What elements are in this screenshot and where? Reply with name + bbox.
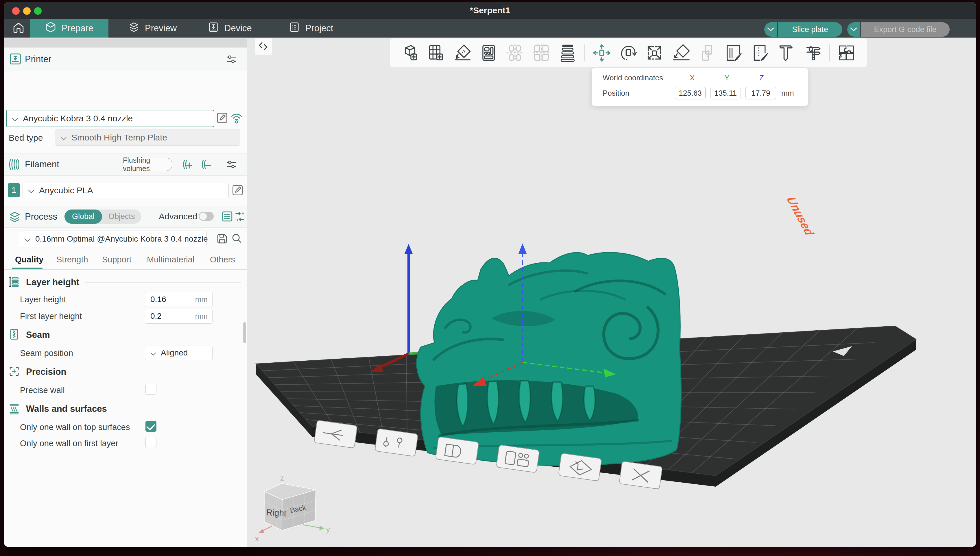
filament-slot-badge[interactable]: 1 bbox=[8, 183, 19, 197]
tab-preview[interactable]: Preview bbox=[125, 19, 180, 37]
compare-presets-icon[interactable]: AB bbox=[234, 211, 246, 223]
printer-section-title: Printer bbox=[25, 54, 51, 65]
sidebar-scrollbar[interactable] bbox=[243, 322, 246, 343]
home-icon bbox=[13, 22, 24, 35]
precise-wall-checkbox[interactable] bbox=[146, 384, 156, 395]
tab-support[interactable]: Support bbox=[102, 255, 131, 264]
export-options-chevron[interactable] bbox=[847, 22, 860, 37]
tab-strength[interactable]: Strength bbox=[57, 255, 88, 264]
process-preset-value: 0.16mm Optimal @Anycubic Kobra 3 0.4 noz… bbox=[35, 234, 207, 244]
filament-settings-icon[interactable] bbox=[225, 158, 238, 172]
slice-plate-label[interactable]: Slice plate bbox=[778, 22, 842, 37]
advanced-toggle[interactable] bbox=[199, 212, 214, 221]
main-tab-bar: Prepare Preview Device Project Slice pla… bbox=[4, 19, 976, 37]
arrange-button[interactable] bbox=[479, 44, 498, 62]
slice-plate-button[interactable]: Slice plate bbox=[764, 22, 842, 37]
process-icon bbox=[8, 210, 21, 225]
only-one-wall-top-checkbox[interactable] bbox=[146, 421, 156, 432]
edit-filament-icon[interactable] bbox=[231, 184, 244, 198]
position-z-input[interactable]: 17.79 bbox=[745, 87, 776, 99]
layer-height-section-title: Layer height bbox=[26, 277, 79, 288]
assembly-view-button[interactable] bbox=[837, 44, 856, 62]
add-plate-button[interactable] bbox=[426, 44, 445, 62]
tab-project-label: Project bbox=[305, 23, 333, 34]
scale-tool-button[interactable] bbox=[645, 44, 664, 62]
variable-layer-height-button[interactable] bbox=[558, 44, 577, 62]
tabs-divider bbox=[4, 269, 247, 270]
tab-others[interactable]: Others bbox=[210, 255, 235, 264]
svg-text:B: B bbox=[235, 218, 238, 222]
only-one-wall-top-label: Only one wall on top surfaces bbox=[20, 422, 130, 432]
support-paint-button[interactable] bbox=[724, 44, 743, 62]
only-one-wall-first-checkbox[interactable] bbox=[146, 437, 156, 448]
filament-preset-value: Anycubic PLA bbox=[39, 186, 93, 196]
flushing-volumes-button[interactable]: Flushing volumes bbox=[123, 158, 172, 171]
tab-prepare-label: Prepare bbox=[62, 23, 93, 34]
3d-viewport[interactable]: Unused bbox=[247, 37, 976, 547]
first-layer-height-value[interactable]: 0.2 bbox=[145, 312, 195, 321]
world-coordinates-panel: World coordinates X Y Z Position 125.63 … bbox=[591, 68, 808, 106]
printer-preset-dropdown[interactable]: Anycubic Kobra 3 0.4 nozzle bbox=[6, 110, 214, 127]
search-preset-icon[interactable] bbox=[230, 232, 243, 246]
add-model-button[interactable] bbox=[400, 44, 419, 62]
process-section-title: Process bbox=[25, 212, 57, 222]
lay-on-face-button[interactable] bbox=[671, 44, 690, 62]
section-rule bbox=[72, 372, 241, 372]
position-unit: mm bbox=[781, 89, 794, 98]
first-layer-height-input[interactable]: 0.2 mm bbox=[145, 309, 212, 324]
rotate-tool-button[interactable] bbox=[619, 44, 638, 62]
layer-height-value[interactable]: 0.16 bbox=[145, 295, 195, 304]
edit-printer-icon[interactable] bbox=[216, 112, 228, 125]
collapse-sidebar-button[interactable] bbox=[255, 39, 272, 55]
layer-height-input[interactable]: 0.16 mm bbox=[145, 292, 212, 307]
split-to-objects-button[interactable] bbox=[505, 44, 525, 62]
split-to-parts-button[interactable] bbox=[532, 44, 551, 62]
title-bar: *Serpent1 bbox=[4, 2, 976, 19]
tab-project[interactable]: Project bbox=[286, 19, 336, 37]
auto-orient-button[interactable]: A bbox=[453, 44, 472, 62]
tab-multimaterial[interactable]: Multimaterial bbox=[147, 255, 194, 264]
export-gcode-label[interactable]: Export G-code file bbox=[861, 22, 950, 37]
add-filament-icon[interactable] bbox=[181, 158, 193, 172]
export-gcode-button[interactable]: Export G-code file bbox=[847, 22, 950, 37]
parameter-table-icon[interactable] bbox=[221, 210, 233, 224]
seam-position-label: Seam position bbox=[20, 349, 73, 358]
tab-device[interactable]: Device bbox=[205, 19, 255, 37]
chevron-down-icon bbox=[12, 113, 18, 123]
chevron-down-icon bbox=[151, 348, 156, 358]
plate-unused-label: Unused bbox=[783, 197, 818, 236]
viewport-toolbar: A bbox=[390, 39, 867, 67]
seam-position-dropdown[interactable]: Aligned bbox=[145, 346, 212, 360]
serpent-model[interactable] bbox=[417, 252, 681, 466]
wifi-connection-icon[interactable] bbox=[230, 112, 243, 125]
measure-tool-button[interactable] bbox=[803, 44, 822, 62]
bed-type-dropdown[interactable]: Smooth High Temp Plate bbox=[55, 129, 240, 145]
save-preset-icon[interactable] bbox=[216, 232, 228, 246]
layer-height-section-header: Layer height bbox=[8, 276, 241, 289]
position-y-input[interactable]: 135.11 bbox=[710, 87, 741, 99]
filament-preset-dropdown[interactable]: Anycubic PLA bbox=[23, 183, 229, 198]
tab-prepare[interactable]: Prepare bbox=[30, 19, 109, 37]
seam-paint-button[interactable] bbox=[750, 44, 769, 62]
navcube-right-label[interactable]: Right bbox=[266, 508, 287, 518]
scope-objects-option[interactable]: Objects bbox=[102, 210, 141, 224]
precision-section-header: Precision bbox=[8, 365, 241, 378]
slice-options-chevron[interactable] bbox=[764, 22, 777, 37]
home-button[interactable] bbox=[10, 19, 28, 37]
move-tool-button[interactable] bbox=[592, 44, 611, 62]
tab-quality[interactable]: Quality bbox=[15, 255, 44, 264]
remove-filament-icon[interactable] bbox=[199, 158, 212, 172]
cut-tool-button[interactable] bbox=[698, 44, 717, 62]
process-scope-toggle[interactable]: Global Objects bbox=[65, 210, 141, 224]
process-preset-dropdown[interactable]: 0.16mm Optimal @Anycubic Kobra 3 0.4 noz… bbox=[19, 231, 207, 247]
sidebar-top-strip bbox=[4, 39, 247, 47]
position-x-input[interactable]: 125.63 bbox=[675, 87, 706, 99]
scope-global-option[interactable]: Global bbox=[65, 210, 102, 224]
tab-device-label: Device bbox=[224, 23, 252, 34]
printer-icon bbox=[9, 52, 22, 67]
navigation-cube[interactable]: z x y Right Back bbox=[254, 472, 330, 547]
text-tool-button[interactable] bbox=[776, 44, 795, 62]
seam-section-header: Seam bbox=[8, 328, 242, 341]
section-rule bbox=[56, 335, 242, 335]
printer-settings-icon[interactable] bbox=[225, 53, 238, 67]
